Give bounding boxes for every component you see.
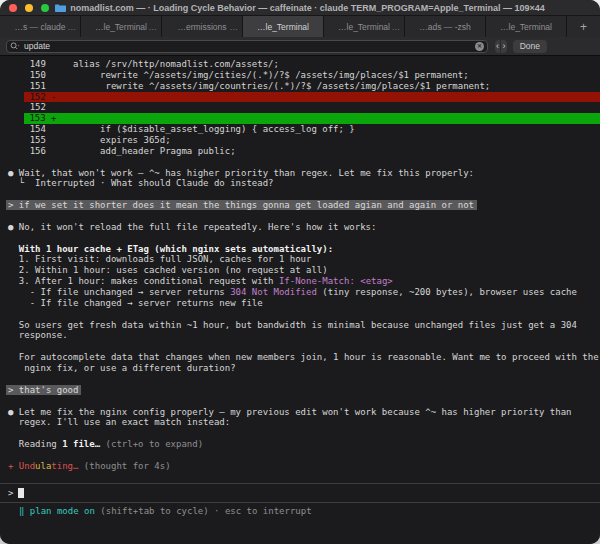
- terminal-line: 1. First visit: downloads full JSON, cac…: [8, 254, 600, 265]
- text-cursor: [18, 488, 24, 498]
- search-field[interactable]: ✕: [6, 40, 488, 53]
- tab-overflow-indicator: …: [68, 22, 77, 32]
- terminal-line: regex. I'll use an exact match instead:: [8, 417, 600, 428]
- folder-icon: [55, 4, 66, 12]
- clear-search-button[interactable]: ✕: [475, 42, 484, 51]
- close-button[interactable]: [9, 4, 17, 12]
- terminal-blank-line: [8, 428, 600, 439]
- terminal-line: 155 expires 365d;: [8, 135, 600, 146]
- terminal-line: ● Wait, that won't work — ^~ has higher …: [8, 168, 600, 179]
- tab-5[interactable]: …le_Terminal…: [324, 16, 405, 37]
- terminal-blank-line: [8, 157, 600, 168]
- terminal-blank-line: [8, 233, 600, 244]
- terminal-blank-line: [8, 450, 600, 461]
- status-bar: ‖ plan mode on (shift+tab to cycle) · es…: [8, 506, 600, 516]
- terminal-line: 151 rewrite ^/assets/img/countries/(.*)/…: [8, 81, 600, 92]
- terminal-line: ● No, it won't reload the full file repe…: [8, 222, 600, 233]
- zoom-button[interactable]: [41, 4, 49, 12]
- tab-1[interactable]: …s — claude…: [0, 16, 81, 37]
- tab-overflow-indicator: …: [392, 22, 401, 32]
- terminal-line: For autocomplete data that changes when …: [8, 352, 600, 363]
- tab-label: …s — claude: [14, 22, 65, 32]
- prompt-character: >: [8, 488, 13, 498]
- traffic-lights: [9, 4, 49, 12]
- tab-label: …ads — -zsh: [419, 22, 471, 32]
- terminal-blank-line: [8, 211, 600, 222]
- terminal-line: - If file unchanged → server returns 304…: [8, 287, 600, 298]
- title-bar[interactable]: nomadlist.com — · Loading Cycle Behavior…: [0, 0, 600, 16]
- terminal-line: - If file changed → server returns new f…: [8, 298, 600, 309]
- terminal-line: 156 add_header Pragma public;: [8, 146, 600, 157]
- terminal-line: ● Let me fix the nginx config properly —…: [8, 407, 600, 418]
- status-hints: (shift+tab to cycle) · esc to interrupt: [95, 506, 312, 516]
- terminal-blank-line: [8, 309, 600, 320]
- minimize-button[interactable]: [25, 4, 33, 12]
- terminal-blank-line: [8, 189, 600, 200]
- search-icon: [10, 42, 21, 51]
- terminal-line: 2. Within 1 hour: uses cached version (n…: [8, 265, 600, 276]
- search-input[interactable]: [24, 41, 472, 52]
- plus-icon: +: [580, 20, 587, 34]
- terminal-blank-line: [8, 396, 600, 407]
- terminal-line: With 1 hour cache + ETag (which nginx se…: [8, 244, 600, 255]
- window-title: nomadlist.com — · Loading Cycle Behavior…: [55, 3, 544, 13]
- pause-icon: ‖: [19, 506, 30, 516]
- terminal-line: 149 alias /srv/http/nomadlist.com/assets…: [8, 59, 600, 70]
- user-message-line: > if we set it shorter does it mean the …: [8, 200, 600, 211]
- terminal-line: 150 rewrite ^/assets/img/cities/(.*)/?$ …: [8, 70, 600, 81]
- window-title-text: nomadlist.com — · Loading Cycle Behavior…: [70, 3, 544, 13]
- tab-label: …le_Terminal: [338, 22, 390, 32]
- terminal-blank-line: [8, 374, 600, 385]
- tab-label: …le_Terminal: [257, 22, 309, 32]
- terminal-window: nomadlist.com — · Loading Cycle Behavior…: [0, 0, 600, 544]
- tab-overflow-indicator: …: [149, 22, 158, 32]
- new-tab-button[interactable]: +: [567, 16, 600, 37]
- plan-mode-label: plan mode on: [30, 506, 95, 516]
- done-button[interactable]: Done: [513, 40, 547, 53]
- find-navigation: ‹ ›: [495, 40, 507, 53]
- terminal-line: nginx fix, or use a different duration?: [8, 363, 600, 374]
- terminal-line: └ Interrupted · What should Claude do in…: [8, 178, 600, 189]
- tab-label: …le_Terminal: [500, 22, 552, 32]
- terminal-line: So users get fresh data within ~1 hour, …: [8, 320, 600, 331]
- terminal-line: Reading 1 file… (ctrl+o to expand): [8, 439, 600, 450]
- tab-overflow-indicator: …: [230, 22, 239, 32]
- diff-added-line: 153 +: [8, 113, 600, 124]
- terminal-output[interactable]: 149 alias /srv/http/nomadlist.com/assets…: [0, 56, 600, 544]
- tab-7[interactable]: …le_Terminal: [486, 16, 567, 37]
- tab-4-active[interactable]: …le_Terminal: [243, 16, 324, 37]
- terminal-lines: 149 alias /srv/http/nomadlist.com/assets…: [8, 59, 600, 483]
- find-next-button[interactable]: ›: [501, 40, 507, 53]
- tab-6[interactable]: …ads — -zsh: [405, 16, 486, 37]
- user-message-line: > that's good: [8, 385, 600, 396]
- terminal-line: 3. After 1 hour: makes conditional reque…: [8, 276, 600, 287]
- terminal-line: 152: [8, 102, 600, 113]
- find-bar: ✕ ‹ › Done: [0, 37, 600, 56]
- terminal-blank-line: [8, 472, 600, 483]
- diff-removed-line: 152 -: [8, 92, 600, 103]
- tab-bar: …s — claude……le_Terminal……ermissions……le…: [0, 16, 600, 37]
- tab-label: …le_Terminal: [95, 22, 147, 32]
- tab-label: …ermissions: [177, 22, 226, 32]
- tab-2[interactable]: …le_Terminal…: [81, 16, 162, 37]
- terminal-input-area[interactable]: >: [0, 483, 600, 503]
- terminal-line: + Undulating… (thought for 4s): [8, 461, 600, 472]
- terminal-line: 154 if ($disable_asset_logging) { access…: [8, 124, 600, 135]
- terminal-blank-line: [8, 341, 600, 352]
- tab-3[interactable]: …ermissions…: [162, 16, 243, 37]
- terminal-line: response.: [8, 330, 600, 341]
